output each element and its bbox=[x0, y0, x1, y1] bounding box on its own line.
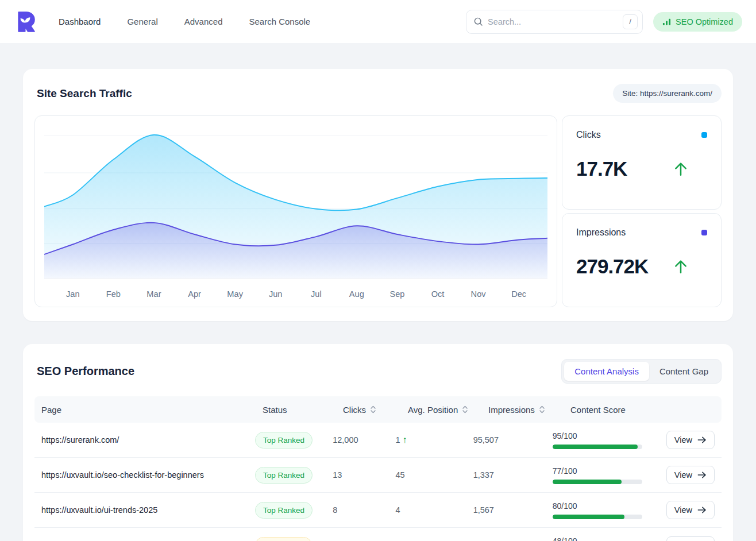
svg-text:Apr: Apr bbox=[188, 289, 201, 299]
view-button[interactable]: View bbox=[666, 466, 715, 484]
avg-position-value: 45 bbox=[395, 470, 404, 480]
column-header-page: Page bbox=[41, 405, 263, 415]
column-header-avg-position[interactable]: Avg. Position bbox=[408, 405, 488, 415]
svg-text:May: May bbox=[227, 289, 243, 299]
page-url: https://uxvault.io/ui-trends-2025 bbox=[41, 505, 157, 515]
svg-text:Sep: Sep bbox=[389, 289, 404, 299]
content-score-label: 48/100 bbox=[553, 536, 666, 541]
content-score-label: 95/100 bbox=[553, 431, 666, 440]
status-badge: On the Rise bbox=[255, 537, 312, 541]
column-header-status: Status bbox=[263, 405, 343, 415]
tab-content-gap[interactable]: Content Gap bbox=[649, 362, 719, 381]
site-url-pill: Site: https://surerank.com/ bbox=[613, 84, 722, 103]
nav-item-search-console[interactable]: Search Console bbox=[249, 17, 310, 26]
page-url: https://surerank.com/ bbox=[41, 435, 119, 445]
surerank-logo-icon bbox=[13, 10, 37, 34]
page-url: https://uxvault.io/seo-checklist-for-beg… bbox=[41, 470, 204, 480]
search-shortcut-key: / bbox=[623, 14, 638, 29]
svg-text:Dec: Dec bbox=[511, 289, 526, 299]
content-score-bar bbox=[553, 515, 642, 519]
search-box[interactable]: / bbox=[466, 10, 643, 34]
column-label: Avg. Position bbox=[408, 405, 458, 415]
table-row: https://surerank.com/ Top Ranked 12,000 … bbox=[34, 423, 722, 458]
avg-position-value: 1 bbox=[395, 435, 400, 445]
performance-table: Page Status Clicks Avg. Position Impress… bbox=[34, 396, 722, 541]
content-score-bar bbox=[553, 445, 642, 449]
svg-text:Feb: Feb bbox=[106, 289, 121, 299]
sort-icon[interactable] bbox=[539, 405, 545, 414]
performance-card-title: SEO Performance bbox=[34, 365, 134, 378]
view-button-label: View bbox=[674, 435, 692, 445]
column-label: Status bbox=[263, 405, 287, 415]
column-header-content-score: Content Score bbox=[570, 405, 688, 415]
column-header-impressions[interactable]: Impressions bbox=[488, 405, 570, 415]
status-badge: Top Ranked bbox=[255, 502, 313, 519]
traffic-area-chart: JanFebMarAprMayJunJulAugSepOctNovDec bbox=[44, 124, 547, 304]
sort-icon[interactable] bbox=[462, 405, 468, 414]
nav-item-dashboard[interactable]: Dashbaord bbox=[59, 17, 101, 26]
search-icon bbox=[473, 17, 483, 26]
impressions-stat-value: 279.72K bbox=[576, 255, 672, 278]
column-header-clicks[interactable]: Clicks bbox=[343, 405, 408, 415]
sort-icon[interactable] bbox=[370, 405, 376, 414]
search-input[interactable] bbox=[488, 17, 623, 26]
svg-text:Jan: Jan bbox=[66, 289, 80, 299]
top-navbar: Dashbaord General Advanced Search Consol… bbox=[0, 0, 756, 43]
impressions-stat-card: Impressions 279.72K bbox=[562, 213, 722, 307]
nav-item-advanced[interactable]: Advanced bbox=[184, 17, 223, 26]
trend-up-arrow-icon bbox=[672, 257, 690, 276]
table-row: https://uxvault.io/ui-trends-2025 Top Ra… bbox=[34, 493, 722, 528]
performance-tabs: Content Analysis Content Gap bbox=[561, 359, 722, 384]
clicks-value: 8 bbox=[333, 505, 337, 515]
column-label: Impressions bbox=[488, 405, 535, 415]
view-button[interactable]: View bbox=[666, 536, 715, 541]
clicks-stat-label: Clicks bbox=[576, 130, 601, 140]
trend-up-arrow-icon bbox=[672, 160, 690, 178]
table-body: https://surerank.com/ Top Ranked 12,000 … bbox=[34, 423, 722, 541]
arrow-right-icon bbox=[697, 436, 707, 444]
brand-logo[interactable] bbox=[13, 9, 38, 34]
view-button[interactable]: View bbox=[666, 501, 715, 519]
table-row: https://uxvault.io/seo-checklist-for-beg… bbox=[34, 458, 722, 493]
clicks-legend-dot bbox=[701, 132, 707, 138]
nav-item-general[interactable]: General bbox=[127, 17, 157, 26]
seo-performance-card: SEO Performance Content Analysis Content… bbox=[23, 344, 733, 541]
impressions-value: 1,567 bbox=[473, 505, 494, 515]
tab-content-analysis[interactable]: Content Analysis bbox=[564, 362, 649, 381]
traffic-card-title: Site Search Traffic bbox=[34, 87, 132, 100]
svg-text:Mar: Mar bbox=[146, 289, 161, 299]
content-score-label: 80/100 bbox=[553, 501, 666, 511]
status-badge: Top Ranked bbox=[255, 467, 313, 484]
clicks-stat-value: 17.7K bbox=[576, 157, 672, 180]
position-up-arrow-icon: ↑ bbox=[402, 435, 407, 445]
traffic-chart-panel: JanFebMarAprMayJunJulAugSepOctNovDec bbox=[34, 115, 557, 307]
table-header-row: Page Status Clicks Avg. Position Impress… bbox=[34, 396, 722, 423]
view-button[interactable]: View bbox=[666, 431, 715, 449]
svg-text:Nov: Nov bbox=[471, 289, 487, 299]
site-search-traffic-card: Site Search Traffic Site: https://surera… bbox=[23, 69, 733, 321]
avg-position-value: 4 bbox=[395, 505, 400, 515]
status-badge: Top Ranked bbox=[255, 432, 313, 449]
clicks-stat-card: Clicks 17.7K bbox=[562, 115, 722, 210]
seo-optimized-label: SEO Optimized bbox=[676, 17, 733, 26]
svg-text:Jul: Jul bbox=[311, 289, 322, 299]
arrow-right-icon bbox=[697, 471, 707, 479]
arrow-right-icon bbox=[697, 506, 707, 514]
column-label: Content Score bbox=[570, 405, 626, 415]
clicks-value: 12,000 bbox=[333, 435, 358, 445]
impressions-value: 1,337 bbox=[473, 470, 494, 480]
svg-text:Jun: Jun bbox=[269, 289, 283, 299]
clicks-value: 13 bbox=[333, 470, 342, 480]
signal-bars-icon bbox=[662, 18, 671, 26]
content-score-label: 77/100 bbox=[553, 466, 666, 476]
impressions-legend-dot bbox=[701, 230, 707, 235]
svg-text:Oct: Oct bbox=[431, 289, 445, 299]
main-nav: Dashbaord General Advanced Search Consol… bbox=[59, 17, 310, 26]
table-row: https://uxvault.io/responsive-design-gui… bbox=[34, 528, 722, 541]
svg-text:Aug: Aug bbox=[349, 289, 364, 299]
view-button-label: View bbox=[674, 505, 692, 515]
impressions-stat-label: Impressions bbox=[576, 227, 626, 238]
seo-optimized-badge[interactable]: SEO Optimized bbox=[653, 12, 742, 32]
column-label: Page bbox=[41, 405, 61, 415]
impressions-value: 95,507 bbox=[473, 435, 499, 445]
